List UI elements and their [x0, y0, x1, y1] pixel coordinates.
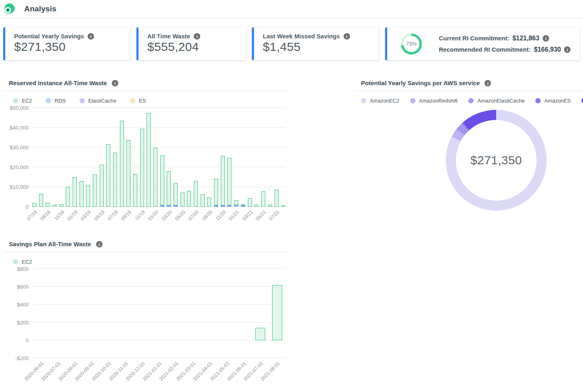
- current-ri-commitment-label: Current RI Commitment:: [439, 35, 509, 42]
- bar-03/21[interactable]: [248, 198, 252, 207]
- chart-title: Potential Yearly Savings per AWS service: [361, 80, 480, 86]
- bar-07/18[interactable]: [32, 203, 36, 207]
- legend-label: EC2: [22, 98, 32, 104]
- bar-02/20[interactable]: [160, 155, 164, 207]
- bar-09/20[interactable]: [207, 197, 211, 207]
- legend-item-EC2[interactable]: EC2: [13, 259, 32, 265]
- info-icon[interactable]: [194, 33, 200, 40]
- bar-08/20[interactable]: [201, 194, 205, 207]
- spot-logo-icon: [3, 3, 15, 15]
- y-axis-tick-label: $50,000: [6, 105, 32, 111]
- kpi-card-potential-yearly-savings: Potential Yearly Savings $271,350: [3, 27, 130, 60]
- bar-segment-EC2: [194, 181, 198, 207]
- kpi-value: $271,350: [14, 40, 121, 54]
- info-icon[interactable]: [112, 80, 118, 86]
- bar-05/21[interactable]: [261, 191, 265, 207]
- bar-11/20[interactable]: [221, 156, 225, 207]
- bar-08/19[interactable]: [120, 121, 124, 207]
- bar-segment-EC2: [113, 153, 117, 207]
- info-icon[interactable]: [96, 241, 103, 247]
- bar-06/19[interactable]: [106, 144, 110, 207]
- gridline: [32, 322, 285, 323]
- bar-09/18[interactable]: [46, 203, 50, 207]
- bar-06/20[interactable]: [187, 191, 191, 207]
- bar-05/19[interactable]: [100, 165, 104, 207]
- bar-03/19[interactable]: [86, 185, 90, 207]
- legend-label: EC2: [22, 259, 32, 265]
- bar-12/19[interactable]: [147, 113, 151, 207]
- gridline: [32, 340, 285, 340]
- bar-segment-EC2: [147, 113, 151, 207]
- bar-segment-EC2: [261, 191, 265, 207]
- chart-legend: EC2RDSElastiCacheES: [13, 96, 290, 105]
- legend-item-EC2[interactable]: EC2: [13, 98, 32, 104]
- kpi-label: All Time Waste: [147, 33, 190, 40]
- legend-item-ES[interactable]: ES: [130, 98, 146, 104]
- bar-10/19[interactable]: [133, 174, 137, 207]
- legend-item-AmazonES[interactable]: AmazonES: [535, 98, 570, 104]
- legend-dot-icon: [410, 98, 415, 103]
- info-icon[interactable]: [484, 80, 491, 86]
- recommended-ri-commitment-label: Recommended RI Commitment:: [439, 46, 531, 53]
- chart-title: Reserved Instance All-Time Waste: [9, 80, 107, 86]
- current-ri-commitment-value: $121,863: [512, 35, 539, 42]
- gridline: [32, 286, 285, 287]
- bar-05/20[interactable]: [180, 193, 185, 207]
- bar-2021-08-01[interactable]: [272, 285, 282, 340]
- legend-item-AmazonRedshift[interactable]: AmazonRedshift: [410, 98, 457, 104]
- bar-11/19[interactable]: [140, 129, 144, 207]
- bar-segment-EC2: [140, 129, 144, 207]
- bar-07/20[interactable]: [194, 181, 198, 207]
- donut-chart[interactable]: $271,350: [446, 110, 547, 211]
- bar-segment-EC2: [39, 194, 43, 207]
- chart-legend: EC2: [13, 258, 290, 266]
- bar-01/19[interactable]: [73, 177, 77, 207]
- legend-label: AmazonElastiCache: [477, 98, 524, 104]
- legend-item-AmazonEC2[interactable]: AmazonEC2: [361, 98, 399, 104]
- bar-segment-EC2: [86, 185, 90, 207]
- bar-segment-EC2: [234, 200, 238, 205]
- bar-07/19[interactable]: [113, 153, 117, 207]
- kpi-card-all-time-waste: All Time Waste $555,204: [136, 27, 245, 60]
- legend-item-AmazonElastiCache[interactable]: AmazonElastiCache: [468, 98, 524, 104]
- bar-segment-EC2: [100, 165, 104, 207]
- bar-2021-07-01[interactable]: [255, 328, 265, 340]
- bar-segment-EC2: [174, 183, 178, 205]
- gridline: [32, 304, 285, 304]
- bar-04/20[interactable]: [174, 183, 178, 207]
- bar-08/18[interactable]: [39, 194, 43, 207]
- bar-03/20[interactable]: [167, 171, 171, 207]
- info-icon[interactable]: [344, 33, 350, 40]
- bar-01/20[interactable]: [153, 148, 157, 207]
- bar-segment-EC2: [214, 179, 218, 205]
- info-icon[interactable]: [88, 33, 94, 40]
- bar-02/19[interactable]: [80, 181, 84, 207]
- kpi-value: $1,455: [263, 40, 370, 54]
- donut-center-value: $271,350: [470, 153, 522, 167]
- legend-item-ElastiCache[interactable]: ElastiCache: [80, 98, 116, 104]
- bar-09/19[interactable]: [126, 140, 130, 207]
- legend-label: AmazonES: [544, 98, 570, 104]
- y-axis-tick-label: $200: [6, 320, 32, 326]
- bar-04/19[interactable]: [93, 174, 97, 207]
- bar-segment-EC2: [187, 191, 191, 207]
- bar-segment-EC2: [106, 144, 110, 207]
- bar-10/20[interactable]: [214, 179, 218, 207]
- bar-01/21[interactable]: [234, 200, 238, 207]
- legend-dot-icon: [130, 98, 135, 103]
- kpi-card-last-week-missed-savings: Last Week Missed Savings $1,455: [252, 27, 379, 60]
- bar-segment-EC2: [248, 198, 252, 207]
- kpi-label: Potential Yearly Savings: [14, 33, 84, 40]
- legend-label: AmazonEC2: [370, 98, 399, 104]
- bar-07/21[interactable]: [275, 190, 279, 207]
- bar-12/20[interactable]: [227, 158, 231, 207]
- bar-12/18[interactable]: [66, 187, 70, 207]
- chart-title: Savings Plan All-Time Waste: [9, 241, 91, 247]
- info-icon[interactable]: [564, 46, 570, 53]
- savings-plan-waste-chart-section: Savings Plan All-Time Waste EC2 $800$600…: [3, 241, 290, 388]
- legend-item-RDS[interactable]: RDS: [46, 98, 65, 104]
- y-axis-tick-label: $40,000: [6, 125, 32, 131]
- legend-item-AmazonRDS[interactable]: AmazonRDS: [581, 98, 583, 104]
- bar-segment-EC2: [167, 171, 171, 205]
- info-icon[interactable]: [543, 35, 549, 42]
